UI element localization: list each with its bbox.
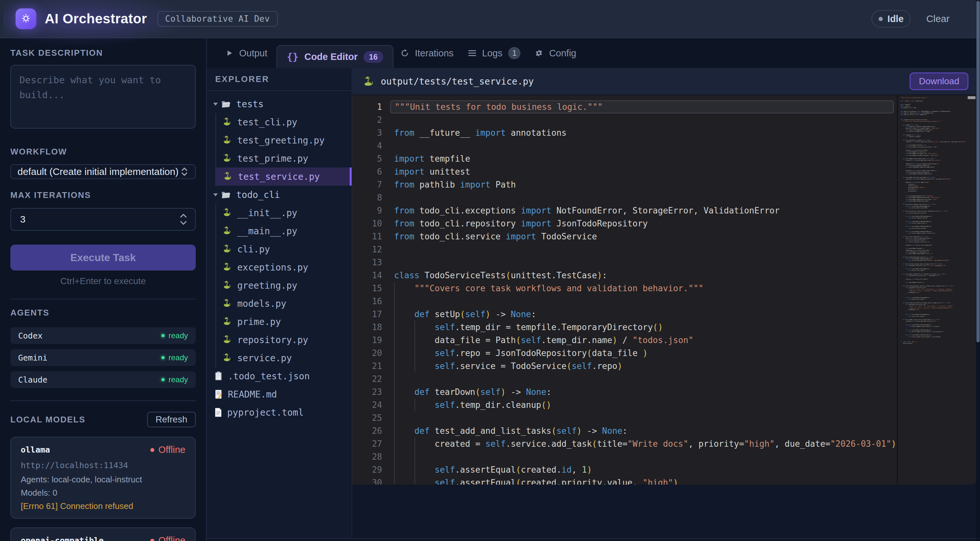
- editor-pane: output/tests/test_service.py Download 1"…: [352, 68, 976, 538]
- tree-item-prime.py[interactable]: prime.py: [216, 313, 352, 331]
- python-file-icon: [223, 353, 232, 363]
- agent-row-codex[interactable]: Codex ready: [10, 327, 196, 344]
- agent-row-gemini[interactable]: Gemini ready: [10, 349, 196, 366]
- tab-badge: 16: [364, 51, 383, 63]
- indent-guide: [394, 321, 395, 334]
- tree-item-label: exceptions.py: [237, 262, 308, 273]
- tree-item-test_greeting.py[interactable]: test_greeting.py: [216, 131, 352, 149]
- model-status: Offline: [150, 444, 185, 455]
- line-number: 29: [352, 463, 382, 476]
- agent-name: Codex: [18, 331, 43, 341]
- python-file-icon: [223, 335, 232, 345]
- tab-code-editor[interactable]: {} Code Editor 16: [277, 45, 393, 68]
- tree-item-cli.py[interactable]: cli.py: [216, 240, 352, 258]
- tree-item-service.py[interactable]: service.py: [216, 349, 352, 367]
- indent-guide: [415, 450, 415, 463]
- editor-scrollbar[interactable]: [967, 95, 976, 485]
- editor-scrollbar-thumb[interactable]: [968, 96, 975, 99]
- tab-output[interactable]: Output: [218, 38, 275, 68]
- page-scrollbar-thumb[interactable]: [977, 1, 980, 343]
- braces-icon: {}: [287, 51, 299, 62]
- indent-guide: [394, 308, 395, 321]
- agent-row-claude[interactable]: Claude ready: [10, 371, 196, 388]
- python-file-icon: [223, 299, 232, 308]
- tree-item-__main__.py[interactable]: __main__.py: [216, 222, 352, 240]
- python-file-icon: [223, 172, 233, 181]
- code-editor-panel: EXPLORER tests test_cli.py test_greeting…: [207, 68, 980, 539]
- line-number: 10: [352, 217, 382, 230]
- chevron-down-icon: [213, 194, 218, 196]
- tree-item-__init__.py[interactable]: __init__.py: [216, 204, 352, 222]
- tab-config[interactable]: Config: [528, 38, 583, 68]
- model-error-line: [Errno 61] Connection refused: [21, 501, 185, 511]
- code-line: 24 self.temp_dir.cleanup(): [352, 398, 897, 411]
- local-models-header: LOCAL MODELS Refresh: [10, 412, 196, 427]
- python-file-icon: [223, 208, 232, 218]
- tree-item-test_service.py[interactable]: test_service.py: [215, 168, 352, 186]
- agent-list: Codex ready Gemini ready Claude: [10, 327, 196, 388]
- indent-guide: [394, 334, 395, 347]
- tree-item-label: test_cli.py: [237, 117, 297, 128]
- line-number: 23: [352, 386, 382, 398]
- status-dot-offline-icon: [150, 539, 154, 541]
- tab-logs[interactable]: Logs 1: [461, 38, 528, 68]
- max-iterations-input[interactable]: 3: [10, 208, 196, 231]
- tree-item-repository.py[interactable]: repository.py: [216, 331, 352, 349]
- refresh-button[interactable]: Refresh: [147, 412, 196, 427]
- indent-guide: [394, 411, 395, 424]
- sun-icon: [20, 12, 32, 25]
- line-number: 6: [352, 165, 382, 178]
- line-number: 13: [352, 256, 382, 269]
- tree-item-label: greeting.py: [237, 280, 297, 291]
- python-file-icon: [223, 281, 232, 290]
- clear-button[interactable]: Clear: [915, 13, 961, 24]
- line-number: 25: [352, 411, 382, 424]
- tree-item-label: test_prime.py: [237, 153, 308, 164]
- explorer-header: EXPLORER: [207, 68, 352, 91]
- tree-folder-todo_cli[interactable]: todo_cli: [207, 186, 352, 204]
- model-models-line: Models: 0: [21, 488, 185, 498]
- workflow-select[interactable]: default (Create initial implementation): [10, 164, 196, 179]
- line-number: 7: [352, 178, 382, 191]
- tree-folder-label: tests: [236, 99, 264, 109]
- indent-guide: [394, 398, 395, 411]
- tab-iterations[interactable]: Iterations: [393, 38, 460, 68]
- number-stepper-icon[interactable]: [180, 210, 187, 228]
- task-description-input[interactable]: [10, 65, 196, 129]
- tree-item-exceptions.py[interactable]: exceptions.py: [216, 258, 352, 276]
- line-number: 8: [352, 191, 382, 204]
- line-number: 26: [352, 424, 382, 437]
- page-scrollbar[interactable]: [976, 0, 980, 541]
- code-line: 14class TodoServiceTests(unittest.TestCa…: [352, 269, 897, 282]
- code-line: 25: [352, 411, 897, 424]
- code-line: 20 self.repo = JsonTodoRepository(data_f…: [352, 347, 897, 360]
- download-button[interactable]: Download: [910, 73, 968, 90]
- model-url: http://localhost:11434: [21, 461, 185, 470]
- code-line: 17 def setUp(self) -> None:: [352, 308, 897, 321]
- tree-item-pyproject.toml[interactable]: pyproject.toml: [207, 403, 352, 422]
- agent-name: Gemini: [18, 353, 47, 362]
- content: TASK DESCRIPTION WORKFLOW default (Creat…: [0, 38, 980, 541]
- tree-folder-tests[interactable]: tests: [207, 95, 352, 113]
- code-line: 12: [352, 243, 897, 256]
- line-number: 3: [352, 126, 382, 139]
- status-dot-offline-icon: [150, 448, 154, 452]
- execute-task-button[interactable]: Execute Task: [10, 244, 196, 271]
- task-description-label: TASK DESCRIPTION: [10, 48, 196, 58]
- tree-item-test_prime.py[interactable]: test_prime.py: [216, 149, 352, 168]
- python-file-icon: [223, 226, 232, 236]
- indent-guide: [394, 476, 395, 485]
- tree-item-models.py[interactable]: models.py: [216, 295, 352, 313]
- code-view[interactable]: 1"""Unit tests for todo business logic."…: [352, 95, 976, 485]
- indent-guide: [394, 463, 395, 476]
- divider: [10, 400, 196, 401]
- tree-item-label: README.md: [228, 389, 277, 400]
- minimap[interactable]: """Unit tests for todo business logic.""…: [897, 95, 967, 485]
- tree-item-README.md[interactable]: README.md: [207, 385, 352, 403]
- code-line: 13: [352, 256, 897, 269]
- tree-item-greeting.py[interactable]: greeting.py: [216, 276, 352, 295]
- tree-item-test_cli.py[interactable]: test_cli.py: [216, 113, 352, 131]
- tree-item-.todo_test.json[interactable]: .todo_test.json: [207, 367, 352, 385]
- file-explorer: EXPLORER tests test_cli.py test_greeting…: [207, 68, 352, 538]
- indent-guide: [415, 321, 415, 334]
